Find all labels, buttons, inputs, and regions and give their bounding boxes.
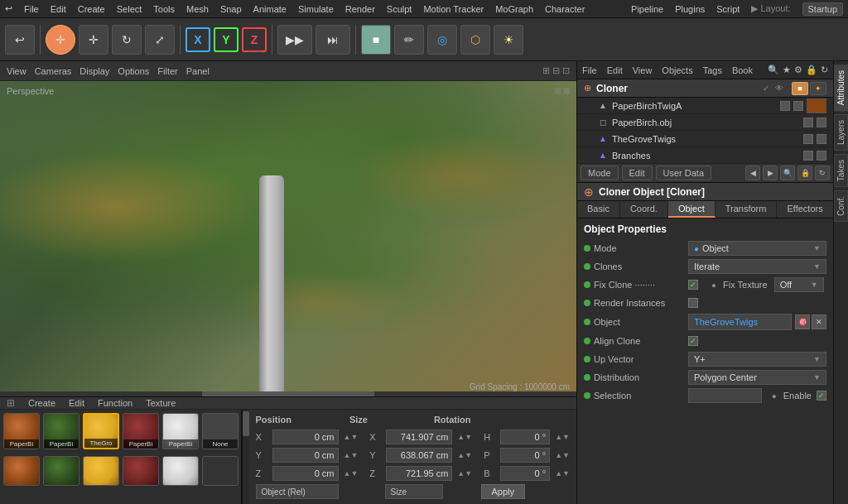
row4-render-check[interactable] xyxy=(817,151,826,161)
size-z-arrow[interactable]: ▲▼ xyxy=(457,469,472,478)
light-btn[interactable]: ☀ xyxy=(494,25,523,55)
axis-y-btn[interactable]: Y xyxy=(214,27,238,52)
rot-b-arrow[interactable]: ▲▼ xyxy=(555,469,570,478)
material-thumb-4[interactable]: PaperBi xyxy=(123,413,159,449)
scale-tool-btn[interactable]: ⤢ xyxy=(145,25,175,55)
tab-transform[interactable]: Transform xyxy=(716,201,778,218)
row4-vis-check[interactable] xyxy=(803,151,813,161)
menu-file[interactable]: File xyxy=(24,4,39,14)
rotate-tool-btn[interactable]: ↻ xyxy=(112,25,142,55)
size-dropdown[interactable]: Size xyxy=(385,484,443,499)
row1-render-check[interactable] xyxy=(793,101,803,111)
upvector-value[interactable]: Y+ ▼ xyxy=(688,352,826,367)
undo-tool-btn[interactable]: ↩ xyxy=(5,25,35,55)
sidebar-tab-conf[interactable]: Conf. xyxy=(834,190,848,222)
rot-p-arrow[interactable]: ▲▼ xyxy=(555,451,570,459)
bottom-menu-create[interactable]: Create xyxy=(28,398,55,408)
menu-tools[interactable]: Tools xyxy=(153,4,175,14)
size-z-input[interactable] xyxy=(386,466,452,481)
right-menu-book[interactable]: Book xyxy=(732,65,753,75)
menu-sculpt[interactable]: Sculpt xyxy=(387,4,412,14)
pos-z-arrow[interactable]: ▲▼ xyxy=(344,469,359,478)
rot-h-input[interactable] xyxy=(500,430,550,444)
apply-button[interactable]: Apply xyxy=(481,484,526,499)
vp-menu-display[interactable]: Display xyxy=(80,66,109,76)
tab-basic[interactable]: Basic xyxy=(577,201,620,218)
sidebar-tab-takes[interactable]: Takes xyxy=(834,154,848,187)
renderinst-checkbox[interactable] xyxy=(688,298,698,308)
material-thumb-10[interactable] xyxy=(123,456,159,486)
mode-refresh-icon[interactable]: ↻ xyxy=(815,166,830,180)
pos-z-input[interactable] xyxy=(272,466,339,481)
vp-menu-panel[interactable]: Panel xyxy=(186,66,210,76)
right-menu-objects[interactable]: Objects xyxy=(662,65,692,75)
material-thumb-9[interactable] xyxy=(83,456,119,486)
refresh-icon[interactable]: ↻ xyxy=(821,65,828,75)
object-link-value[interactable]: TheGroveTwigs xyxy=(688,314,792,330)
material-thumb-8[interactable] xyxy=(43,456,80,486)
row3-render-check[interactable] xyxy=(817,134,826,144)
vp-menu-view[interactable]: View xyxy=(7,66,26,76)
mode-tab-edit[interactable]: Edit xyxy=(622,166,653,180)
enable-checkbox[interactable]: ✓ xyxy=(817,391,826,401)
fixtexture-value[interactable]: Off ▼ xyxy=(774,277,824,292)
size-y-input[interactable] xyxy=(386,448,452,463)
object-clear-icon[interactable]: ✕ xyxy=(812,314,826,329)
rot-p-input[interactable] xyxy=(500,448,550,463)
obj-row-paperbirch[interactable]: ◻ PaperBirch.obj xyxy=(577,114,833,131)
pos-y-input[interactable] xyxy=(272,448,339,463)
menu-mograph[interactable]: MoGraph xyxy=(495,4,533,14)
cube-btn[interactable]: ■ xyxy=(361,25,391,55)
selection-value[interactable] xyxy=(688,388,762,403)
tab-object[interactable]: Object xyxy=(668,201,716,218)
row3-vis-check[interactable] xyxy=(803,134,813,144)
pos-y-arrow[interactable]: ▲▼ xyxy=(344,451,359,459)
right-menu-file[interactable]: File xyxy=(582,65,597,75)
row2-render-check[interactable] xyxy=(817,118,826,127)
material-thumb-6[interactable]: None xyxy=(202,413,238,449)
object-pick-icon[interactable]: 🎯 xyxy=(795,314,810,329)
viewport[interactable]: Perspective Grid Spacing : 1000000 cm ⊞ … xyxy=(0,81,576,396)
coord-dropdown[interactable]: Object (Rel) xyxy=(256,484,339,499)
right-menu-edit[interactable]: Edit xyxy=(607,65,623,75)
axis-x-btn[interactable]: X xyxy=(186,27,210,52)
material-thumb-3[interactable]: TheGro xyxy=(83,413,119,449)
menu-select[interactable]: Select xyxy=(117,4,142,14)
select-tool-btn[interactable]: ✛ xyxy=(46,25,75,55)
size-y-arrow[interactable]: ▲▼ xyxy=(457,451,472,459)
size-x-input[interactable] xyxy=(386,430,452,444)
render-region-btn[interactable]: ▶▶ xyxy=(277,25,312,55)
material-panel-scrollbar[interactable] xyxy=(242,410,249,504)
menu-pipeline[interactable]: Pipeline xyxy=(631,4,663,14)
size-x-arrow[interactable]: ▲▼ xyxy=(457,433,472,441)
vp-menu-options[interactable]: Options xyxy=(118,66,149,76)
pen-btn[interactable]: ✏ xyxy=(394,25,424,55)
layout-dropdown[interactable]: Startup xyxy=(802,2,843,16)
bookmark-icon[interactable]: ★ xyxy=(783,65,791,75)
search-icon[interactable]: 🔍 xyxy=(768,65,779,75)
bottom-menu-function[interactable]: Function xyxy=(98,398,132,408)
viewport-scrollbar[interactable] xyxy=(0,391,576,396)
move-tool-btn[interactable]: ✛ xyxy=(79,25,108,55)
fixclone-checkbox[interactable]: ✓ xyxy=(688,280,698,290)
material-thumb-1[interactable]: PaperBi xyxy=(3,413,40,449)
axis-z-btn[interactable]: Z xyxy=(242,27,267,52)
menu-snap[interactable]: Snap xyxy=(220,4,242,14)
clones-value[interactable]: Iterate ▼ xyxy=(688,259,826,274)
bottom-menu-edit[interactable]: Edit xyxy=(69,398,84,408)
mode-search-icon[interactable]: 🔍 xyxy=(780,166,795,180)
material-thumb-2[interactable]: PaperBi xyxy=(43,413,80,449)
menu-create[interactable]: Create xyxy=(78,4,105,14)
curve-btn[interactable]: ◎ xyxy=(427,25,457,55)
menu-plugins[interactable]: Plugins xyxy=(675,4,705,14)
deform-btn[interactable]: ⬡ xyxy=(460,25,490,55)
rot-h-arrow[interactable]: ▲▼ xyxy=(555,433,570,441)
playback-btn[interactable]: ⏭ xyxy=(316,25,350,55)
gear-icon[interactable]: ⚙ xyxy=(794,65,802,75)
menu-edit[interactable]: Edit xyxy=(51,4,66,14)
pos-x-input[interactable] xyxy=(272,430,339,444)
obj-row-branches[interactable]: ▲ Branches xyxy=(577,147,833,164)
right-menu-tags[interactable]: Tags xyxy=(703,65,722,75)
vp-menu-cameras[interactable]: Cameras xyxy=(35,66,72,76)
material-thumb-12[interactable] xyxy=(202,456,238,486)
